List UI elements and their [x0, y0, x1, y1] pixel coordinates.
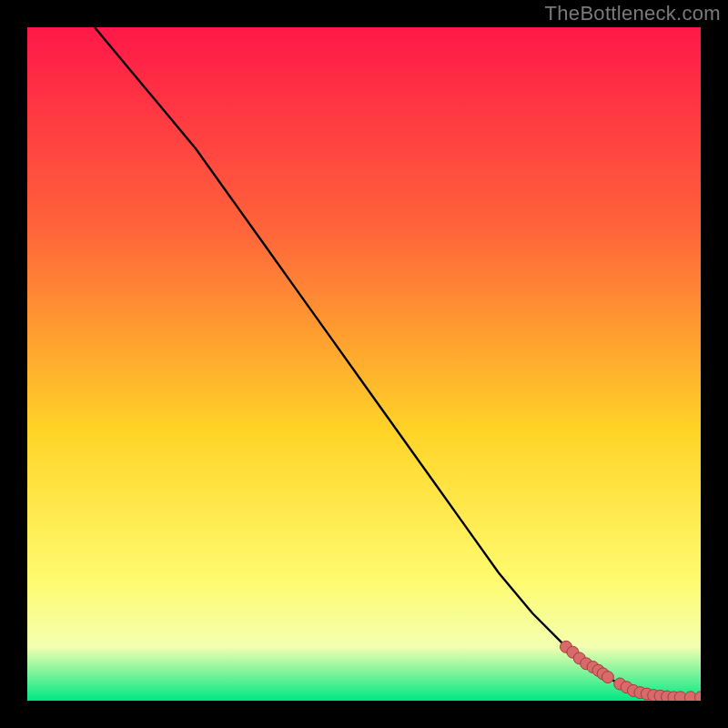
watermark-text: TheBottleneck.com — [545, 2, 721, 25]
marker-point — [602, 672, 613, 683]
gradient-background — [27, 27, 701, 701]
chart-frame: TheBottleneck.com — [0, 0, 728, 728]
plot-svg — [27, 27, 701, 701]
plot-area — [27, 27, 701, 701]
